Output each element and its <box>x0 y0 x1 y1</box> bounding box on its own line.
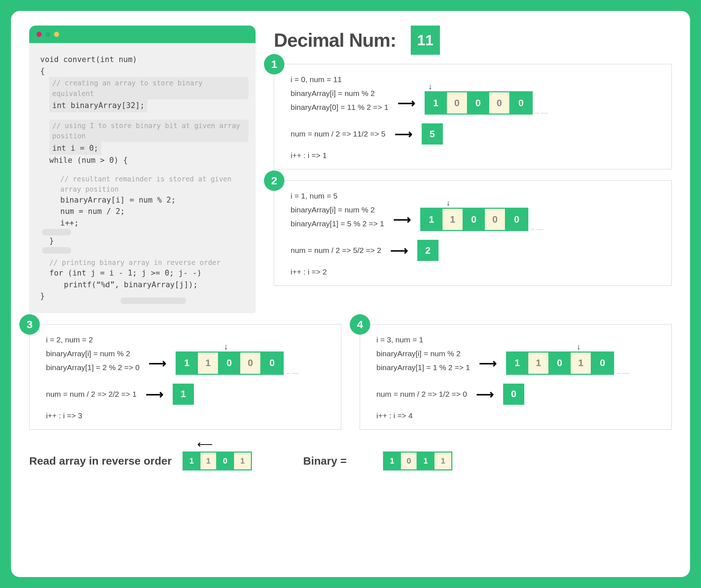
result-cell: 1 <box>418 453 434 469</box>
array-cell: 0 <box>219 353 240 374</box>
array-ellipsis: ... ..... <box>530 225 543 231</box>
array-ellipsis: ... ..... <box>535 109 548 115</box>
step-number-badge: 1 <box>264 54 284 74</box>
arrow-right-icon: ⟶ <box>479 356 497 370</box>
array-cell: 1 <box>443 209 464 230</box>
array-cell: 0 <box>592 353 613 374</box>
bottom-steps-row: 3 i = 2, num = 2 binaryArray[i] = num % … <box>29 324 672 441</box>
step-expr: binaryArray[0] = 11 % 2 => 1 <box>291 103 388 112</box>
code-line: while (num > 0) { <box>49 155 248 166</box>
array-wrap: ↓ 11000 ... ..... <box>176 351 299 375</box>
binary-array-state: 11010 <box>506 351 614 375</box>
pointer-down-icon: ↓ <box>446 198 450 208</box>
array-wrap: ↓ 10000 ... ..... <box>425 91 548 115</box>
step-expr: binaryArray[1] = 5 % 2 => 1 <box>291 219 384 228</box>
step-header: i = 2, num = 2 <box>46 335 332 344</box>
code-line: binaryArray[i] = num % 2; <box>60 195 248 206</box>
step-expr: binaryArray[1] = 1 % 2 => 1 <box>376 363 470 372</box>
array-ellipsis: ... ..... <box>286 369 299 375</box>
step-expr: binaryArray[i] = num % 2 <box>46 349 139 358</box>
reverse-arrow-icon: ⟵ <box>197 438 213 450</box>
binary-array-state: 10000 <box>425 91 533 115</box>
pointer-down-icon: ↓ <box>576 342 581 351</box>
result-cell: 1 <box>434 453 451 469</box>
page-container: void convert(int num) { // creating an a… <box>11 11 690 577</box>
step-expr: binaryArray[i] = num % 2 <box>291 89 388 98</box>
num-value-box: 5 <box>422 123 443 145</box>
inc-expr: i++ : i => 1 <box>291 151 662 160</box>
arrow-right-icon: ⟶ <box>476 387 494 401</box>
result-row: ⟵ Read array in reverse order 1101 Binar… <box>29 451 672 470</box>
code-line: { <box>40 66 248 77</box>
step-expr: binaryArray[i] = num % 2 <box>291 205 384 214</box>
code-line: } <box>49 235 248 247</box>
inc-expr: i++ : i => 2 <box>291 268 662 276</box>
code-titlebar <box>29 26 256 43</box>
array-cell: 1 <box>571 353 592 374</box>
code-comment: // resultant remainder is stored at give… <box>60 174 248 195</box>
num-expr: num = num / 2 => 2/2 => 1 <box>46 390 137 399</box>
inc-expr: i++ : i => 3 <box>46 411 332 420</box>
array-cell: 1 <box>507 353 528 374</box>
array-cell: 0 <box>485 209 506 230</box>
array-cell: 0 <box>549 353 571 374</box>
array-cell: 0 <box>464 209 485 230</box>
arrow-right-icon: ⟶ <box>393 212 411 227</box>
array-cell: 1 <box>198 353 219 374</box>
arrow-right-icon: ⟶ <box>390 243 408 258</box>
binary-array-state: 11000 <box>176 351 284 375</box>
code-line: for (int j = i - 1; j >= 0; j- -) <box>49 268 248 279</box>
reverse-label: Read array in reverse order <box>29 455 172 467</box>
binary-label: Binary = <box>303 455 346 467</box>
inc-expr: i++ : i => 4 <box>376 411 662 420</box>
num-expr: num = num / 2 => 11/2 => 5 <box>291 130 386 138</box>
step-expr: binaryArray[i] = num % 2 <box>376 349 470 358</box>
code-line: num = num / 2; <box>60 206 248 218</box>
code-line: printf(“%d”, binaryArray[j]); <box>49 279 248 291</box>
result-cell: 1 <box>384 453 401 469</box>
array-cell: 1 <box>177 353 198 374</box>
code-comment: // using I to store binary bit at given … <box>49 120 248 142</box>
array-cell: 0 <box>489 92 510 114</box>
right-column: Decimal Num: 11 1 i = 0, num = 11 binary… <box>274 26 672 313</box>
step-number-badge: 3 <box>19 314 40 335</box>
array-cell: 1 <box>421 209 443 230</box>
window-dot-red <box>37 32 42 37</box>
binary-array: 1011 <box>383 451 452 470</box>
num-expr: num = num / 2 => 5/2 => 2 <box>291 246 381 255</box>
top-row: void convert(int num) { // creating an a… <box>29 26 672 313</box>
num-expr: num = num / 2 => 1/2 => 0 <box>376 390 467 399</box>
array-cell: 0 <box>261 353 283 374</box>
step-number-badge: 4 <box>350 314 370 335</box>
step-2: 2 i = 1, num = 5 binaryArray[i] = num % … <box>274 180 672 286</box>
decimal-header: Decimal Num: 11 <box>274 26 672 55</box>
reverse-array: 1101 <box>183 451 252 470</box>
step-3: 3 i = 2, num = 2 binaryArray[i] = num % … <box>29 324 341 430</box>
decimal-title: Decimal Num: <box>274 29 396 51</box>
step-header: i = 0, num = 11 <box>291 75 662 84</box>
step-4: 4 i = 3, num = 1 binaryArray[i] = num % … <box>360 324 672 430</box>
result-cell: 1 <box>184 453 200 469</box>
step-1: 1 i = 0, num = 11 binaryArray[i] = num %… <box>274 64 672 169</box>
code-line: int binaryArray[32]; <box>49 99 148 112</box>
step-header: i = 1, num = 5 <box>291 192 662 200</box>
code-line: i++; <box>60 218 248 229</box>
arrow-right-icon: ⟶ <box>395 127 413 141</box>
step-number-badge: 2 <box>264 170 284 191</box>
array-wrap: ↓ 11000 ... ..... <box>420 208 543 231</box>
array-cell: 1 <box>426 92 447 114</box>
array-cell: 1 <box>528 353 549 374</box>
result-cell: 0 <box>401 453 418 469</box>
code-panel: void convert(int num) { // creating an a… <box>29 26 256 313</box>
arrow-right-icon: ⟶ <box>146 387 164 401</box>
decimal-value-box: 11 <box>411 26 440 55</box>
array-cell: 0 <box>510 92 532 114</box>
arrow-right-icon: ⟶ <box>149 356 166 370</box>
num-value-box: 2 <box>417 240 438 261</box>
binary-array-state: 11000 <box>420 208 528 231</box>
step-header: i = 3, num = 1 <box>376 335 662 344</box>
pointer-down-icon: ↓ <box>224 342 228 351</box>
arrow-right-icon: ⟶ <box>398 96 415 110</box>
window-dot-yellow <box>54 32 59 37</box>
array-cell: 0 <box>506 209 527 230</box>
